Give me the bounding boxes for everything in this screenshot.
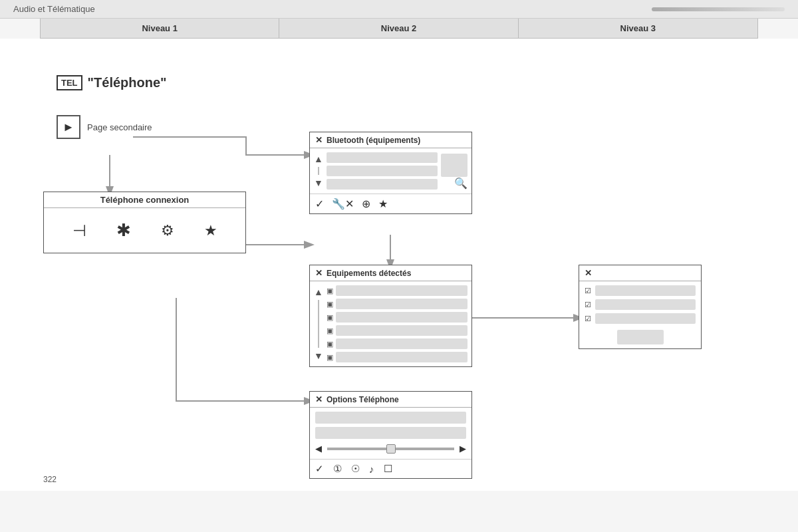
- header-decoration: [652, 7, 785, 11]
- eq-row-1: ▣: [327, 285, 467, 296]
- n3-bar-2: [595, 299, 696, 310]
- eq-check-6: ▣: [327, 353, 333, 362]
- bt-side: 🔍: [441, 152, 467, 190]
- bt-scroll-down[interactable]: ▼: [314, 178, 323, 188]
- page-sec-box: ► Page secondaire: [57, 115, 152, 139]
- opt-action-check[interactable]: ✓: [315, 463, 324, 475]
- bt-action-phone-off[interactable]: ⊕: [362, 198, 370, 210]
- eq-row-2: ▣: [327, 299, 467, 309]
- slider-right-icon[interactable]: ▶: [460, 444, 466, 454]
- options-panel: ✕ Options Téléphone ◀ ▶ ✓ ① ☉ ♪ ☐: [309, 391, 472, 479]
- level2-header: Niveau 2: [279, 19, 518, 38]
- n3-button[interactable]: [617, 330, 664, 344]
- bt-inner: ▲ ▼ 🔍: [310, 148, 471, 194]
- eq-check-2: ▣: [327, 300, 333, 309]
- eq-row-4: ▣: [327, 325, 467, 336]
- tel-badge: TEL: [57, 75, 82, 90]
- bt-item-3: [327, 179, 438, 190]
- bluetooth-panel: ✕ Bluetooth (équipements) ▲ ▼: [309, 132, 472, 214]
- n3-bar-3: [595, 313, 696, 324]
- tel-conn-box: Téléphone connexion ⊣ ✱ ⚙︎ ★: [43, 192, 246, 253]
- bt-scroll-up[interactable]: ▲: [314, 154, 323, 164]
- opt-action-music[interactable]: ♪: [369, 464, 374, 475]
- bt-close-icon[interactable]: ✕: [315, 135, 323, 145]
- conn-icon-bt: ✱: [116, 220, 131, 241]
- bt-panel-title: Bluetooth (équipements): [327, 136, 420, 145]
- conn-icon-settings: ⚙︎: [161, 222, 174, 239]
- n3-check-1: ☑: [585, 287, 591, 295]
- opt-panel-title: Options Téléphone: [327, 395, 399, 404]
- eq-scroll-down[interactable]: ▼: [314, 350, 323, 361]
- page-sec-icon: ►: [57, 115, 80, 139]
- eq-bar-4: [336, 325, 467, 336]
- eq-close-icon[interactable]: ✕: [315, 268, 323, 278]
- level3-header: Niveau 3: [519, 19, 757, 38]
- eq-bar-6: [336, 352, 467, 362]
- n3-row-1: ☑: [585, 285, 696, 296]
- equipements-panel: ✕ Equipements détectés ▲ ▼ ▣ ▣ ▣: [309, 265, 472, 367]
- eq-bar-3: [336, 312, 467, 323]
- eq-bar-5: [336, 338, 467, 349]
- bt-list: [327, 152, 438, 190]
- page-number: 322: [43, 475, 57, 484]
- opt-slider: ◀ ▶: [315, 442, 466, 455]
- bt-item-2: [327, 166, 438, 176]
- opt-bar-2: [315, 427, 466, 439]
- conn-icon-back: ⊣: [72, 221, 86, 240]
- eq-panel-title: Equipements détectés: [327, 269, 411, 278]
- page-sec-label: Page secondaire: [87, 122, 152, 132]
- eq-bar-1: [336, 285, 467, 296]
- opt-close-icon[interactable]: ✕: [315, 394, 323, 404]
- bt-scroll: ▲ ▼: [314, 152, 323, 190]
- eq-scroll-up[interactable]: ▲: [314, 287, 323, 297]
- opt-bar-1: [315, 412, 466, 424]
- bt-item-1: [327, 152, 438, 163]
- eq-row-6: ▣: [327, 352, 467, 362]
- n3-inner: ☑ ☑ ☑: [579, 281, 701, 348]
- n3-bar-1: [595, 285, 696, 296]
- bt-corner-icon: 🔍: [454, 177, 467, 190]
- levels-header: Niveau 1 Niveau 2 Niveau 3: [40, 19, 758, 39]
- opt-action-headphone[interactable]: ☉: [351, 463, 360, 475]
- slider-track: [327, 448, 454, 450]
- tel-conn-title: Téléphone connexion: [44, 192, 245, 208]
- slider-thumb[interactable]: [386, 444, 396, 454]
- n3-check-2: ☑: [585, 301, 591, 309]
- bt-action-check[interactable]: ✓: [315, 198, 324, 210]
- eq-panel-header: ✕ Equipements détectés: [310, 265, 471, 281]
- eq-row-3: ▣: [327, 312, 467, 323]
- bt-side-box: [441, 154, 467, 177]
- opt-action-display[interactable]: ☐: [384, 463, 392, 475]
- n3-row-2: ☑: [585, 299, 696, 310]
- n3-check-3: ☑: [585, 315, 591, 323]
- level1-header: Niveau 1: [41, 19, 279, 38]
- bt-actions: ✓ 🔧✕ ⊕ ★: [310, 194, 471, 213]
- n3-panel-header: ✕: [579, 265, 701, 281]
- conn-icon-bt2: ★: [204, 222, 217, 239]
- opt-inner: ◀ ▶: [310, 408, 471, 459]
- bt-panel-header: ✕ Bluetooth (équipements): [310, 132, 471, 148]
- eq-row-5: ▣: [327, 338, 467, 349]
- bt-action-bt[interactable]: ★: [378, 198, 388, 210]
- eq-scroll: ▲ ▼: [314, 285, 323, 362]
- opt-actions: ✓ ① ☉ ♪ ☐: [310, 459, 471, 478]
- eq-bar-2: [336, 299, 467, 309]
- tel-title: "Téléphone": [88, 75, 167, 90]
- opt-panel-header: ✕ Options Téléphone: [310, 392, 471, 408]
- eq-check-5: ▣: [327, 340, 333, 348]
- eq-inner: ▲ ▼ ▣ ▣ ▣ ▣: [310, 281, 471, 366]
- header-title: Audio et Télématique: [13, 4, 95, 14]
- slider-left-icon[interactable]: ◀: [315, 444, 322, 454]
- eq-list: ▣ ▣ ▣ ▣ ▣: [327, 285, 467, 362]
- eq-check-1: ▣: [327, 287, 333, 295]
- opt-action-info[interactable]: ①: [333, 463, 342, 475]
- n3-row-3: ☑: [585, 313, 696, 324]
- eq-check-4: ▣: [327, 327, 333, 335]
- bt-action-wrench[interactable]: 🔧✕: [332, 198, 354, 210]
- tel-label-group: TEL "Téléphone": [57, 75, 167, 90]
- niveau3-panel: ✕ ☑ ☑ ☑: [579, 265, 702, 349]
- eq-check-3: ▣: [327, 313, 333, 322]
- main-content: TEL "Téléphone" ► Page secondaire Téléph…: [0, 39, 798, 491]
- header-bar: Audio et Télématique: [0, 0, 798, 19]
- n3-close-icon[interactable]: ✕: [585, 268, 592, 278]
